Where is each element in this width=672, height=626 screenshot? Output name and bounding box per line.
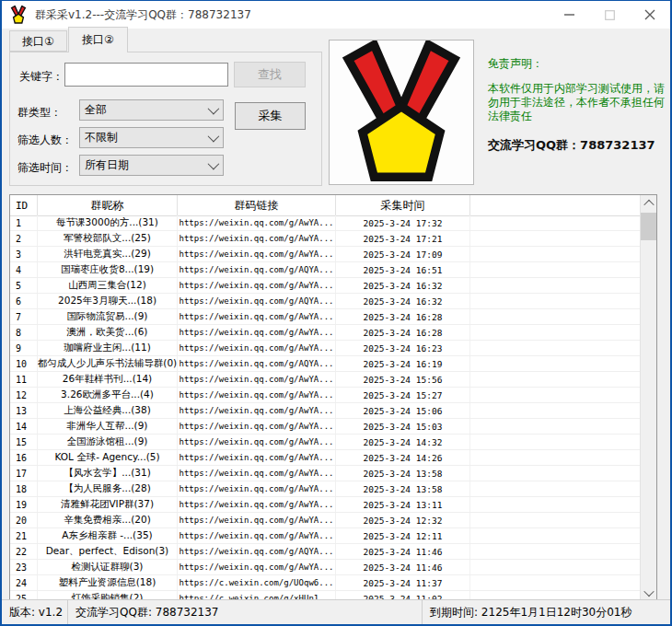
table-row[interactable]: 11 26年鞋样书刊...(14) https://weixin.qq.com/… <box>10 372 641 388</box>
cell-name: 辛集免费相亲...(20) <box>38 513 178 527</box>
collect-button[interactable]: 采集 <box>235 102 306 130</box>
cell-time: 2025-3-24 16:28 <box>336 325 470 340</box>
table-row[interactable]: 9 珈嚐府业主闲...(11) https://weixin.qq.com/g/… <box>10 341 641 356</box>
cell-time: 2025-3-24 17:32 <box>336 215 470 230</box>
minimize-button[interactable] <box>549 1 589 29</box>
people-filter-label: 筛选人数： <box>17 133 73 148</box>
cell-name: KOL 全球- Agency...(5) <box>38 450 178 465</box>
statusbar: 版本: v1.2 交流学习QQ群: 788732137 到期时间: 2125年1… <box>2 599 670 624</box>
cell-id: 20 <box>10 513 38 527</box>
cell-time: 2025-3-24 14:26 <box>336 450 470 465</box>
table-row[interactable]: 18 【为人民服务...(28) https://weixin.qq.com/g… <box>10 481 641 497</box>
cell-id: 5 <box>10 278 38 293</box>
app-logo <box>330 41 473 184</box>
cell-link: https://weixin.qq.com/g/AwYA... <box>178 403 336 418</box>
table-row[interactable]: 17 【风水玄学】...(31) https://weixin.qq.com/g… <box>10 466 641 481</box>
table-row[interactable]: 22 Dear、perfect、Edison(3) https://weixin… <box>10 544 641 560</box>
app-window: 群采采v1.2---交流学习QQ群：788732137 接口① 接口② 关键字：… <box>0 0 672 626</box>
header-id[interactable]: ID <box>10 195 38 215</box>
cell-filler <box>470 560 641 574</box>
cell-time: 2025-3-24 15:03 <box>336 419 470 434</box>
header-name[interactable]: 群昵称 <box>38 195 178 215</box>
table-header: ID 群昵称 群码链接 采集时间 <box>10 195 656 216</box>
cell-filler <box>470 215 641 230</box>
table-row[interactable]: 2 军警校部队文...(25) https://weixin.qq.com/g/… <box>10 231 641 247</box>
header-link[interactable]: 群码链接 <box>178 195 336 215</box>
cell-time: 2025-3-24 16:28 <box>336 309 470 324</box>
cell-link: https://weixin.qq.com/g/AwYA... <box>178 215 336 230</box>
tab-interface-2[interactable]: 接口② <box>68 27 128 52</box>
cell-id: 2 <box>10 231 38 246</box>
table-row[interactable]: 4 国瑞枣庄收货8...(19) https://weixin.qq.com/g… <box>10 262 641 278</box>
people-filter-select[interactable]: 不限制 <box>79 127 224 148</box>
find-button[interactable]: 查找 <box>234 62 306 87</box>
header-filler <box>470 195 656 215</box>
cell-time: 2025-3-24 16:51 <box>336 262 470 277</box>
table-row[interactable]: 23 检测认证群聊(3) https://weixin.qq.com/g/AwY… <box>10 560 641 575</box>
cell-name: 上海公益经典...(38) <box>38 403 178 418</box>
group-type-select[interactable]: 全部 <box>79 99 224 121</box>
table-row[interactable]: 19 清雅鲜花团VIP群(37) https://weixin.qq.com/g… <box>10 497 641 513</box>
table-row[interactable]: 3 洪轩电竞真实...(29) https://weixin.qq.com/g/… <box>10 247 641 262</box>
cell-name: 每节课3000的方...(31) <box>38 215 178 230</box>
cell-id: 21 <box>10 528 38 543</box>
cell-filler <box>470 325 641 340</box>
cell-time: 2025-3-24 16:19 <box>336 356 470 371</box>
table-row[interactable]: 5 山西周三集合(12) https://weixin.qq.com/g/AwY… <box>10 278 641 294</box>
table-row[interactable]: 20 辛集免费相亲...(20) https://weixin.qq.com/g… <box>10 513 641 528</box>
cell-id: 7 <box>10 309 38 324</box>
cell-filler <box>470 513 641 527</box>
cell-filler <box>470 278 641 293</box>
people-filter-value: 不限制 <box>85 130 118 145</box>
cell-time: 2025-3-24 14:32 <box>336 435 470 449</box>
header-time[interactable]: 采集时间 <box>336 195 470 215</box>
cell-link: https://weixin.qq.com/g/AwYA... <box>178 341 336 355</box>
cell-name: A东乡相亲群 -...(35) <box>38 528 178 543</box>
cell-id: 14 <box>10 419 38 434</box>
table-row[interactable]: 6 2025年3月聊天...(18) https://weixin.qq.com… <box>10 294 641 309</box>
table-row[interactable]: 1 每节课3000的方...(31) https://weixin.qq.com… <box>10 215 641 231</box>
table-row[interactable]: 14 非洲华人互帮...(9) https://weixin.qq.com/g/… <box>10 419 641 435</box>
cell-id: 11 <box>10 372 38 387</box>
keyword-input[interactable] <box>64 63 228 87</box>
table-row[interactable]: 12 3.26欧洲多平台...(4) https://weixin.qq.com… <box>10 388 641 403</box>
cell-filler <box>470 356 641 371</box>
cell-id: 6 <box>10 294 38 308</box>
cell-name: 军警校部队文...(25) <box>38 231 178 246</box>
app-logo-icon <box>9 6 28 24</box>
cell-time: 2025-3-24 15:06 <box>336 403 470 418</box>
table-row[interactable]: 8 澳洲，欧美货...(6) https://weixin.qq.com/g/A… <box>10 325 641 341</box>
cell-id: 13 <box>10 403 38 418</box>
qq-group-line: 交流学习QQ群：788732137 <box>488 137 655 154</box>
table-row[interactable]: 15 全国游泳馆租...(9) https://weixin.qq.com/g/… <box>10 435 641 450</box>
table-row[interactable]: 16 KOL 全球- Agency...(5) https://weixin.q… <box>10 450 641 466</box>
table-body: 1 每节课3000的方...(31) https://weixin.qq.com… <box>10 215 641 600</box>
group-type-label: 群类型： <box>17 105 62 121</box>
close-button[interactable] <box>630 1 670 29</box>
table-row[interactable]: 10 都匀成人少儿声乐书法辅导群(0) https://weixin.qq.co… <box>10 356 641 372</box>
cell-link: https://weixin.qq.com/g/AQYA... <box>178 544 336 559</box>
scroll-down-button[interactable] <box>641 585 656 600</box>
cell-link: https://weixin.qq.com/g/AwYA... <box>178 278 336 293</box>
table-row[interactable]: 7 国际物流贸易...(9) https://weixin.qq.com/g/A… <box>10 309 641 325</box>
cell-name: 都匀成人少儿声乐书法辅导群(0) <box>38 356 178 371</box>
scroll-up-button[interactable] <box>641 195 656 211</box>
tab-interface-1[interactable]: 接口① <box>9 30 67 52</box>
table-row[interactable]: 13 上海公益经典...(38) https://weixin.qq.com/g… <box>10 403 641 419</box>
cell-link: https://weixin.qq.com/g/AQYA... <box>178 262 336 277</box>
cell-link: https://weixin.qq.com/g/AwYA... <box>178 513 336 527</box>
table-row[interactable]: 24 塑料产业资源信息(18) https://c.weixin.com/g/U… <box>10 575 641 591</box>
scroll-thumb[interactable] <box>641 213 656 240</box>
table-row[interactable]: 21 A东乡相亲群 -...(35) https://weixin.qq.com… <box>10 528 641 544</box>
cell-name: 3.26欧洲多平台...(4) <box>38 388 178 402</box>
group-type-value: 全部 <box>85 102 107 118</box>
cell-link: https://weixin.qq.com/g/AwYA... <box>178 388 336 402</box>
table-scrollbar[interactable] <box>640 195 656 600</box>
time-filter-select[interactable]: 所有日期 <box>79 155 224 176</box>
cell-id: 4 <box>10 262 38 277</box>
cell-name: 山西周三集合(12) <box>38 278 178 293</box>
cell-filler <box>470 388 641 402</box>
maximize-button[interactable] <box>589 1 630 29</box>
disclaimer-body: 本软件仅用于内部学习测试使用，请勿用于非法途径，本作者不承担任何法律责任 <box>488 82 670 123</box>
keyword-label: 关键字： <box>19 69 64 85</box>
